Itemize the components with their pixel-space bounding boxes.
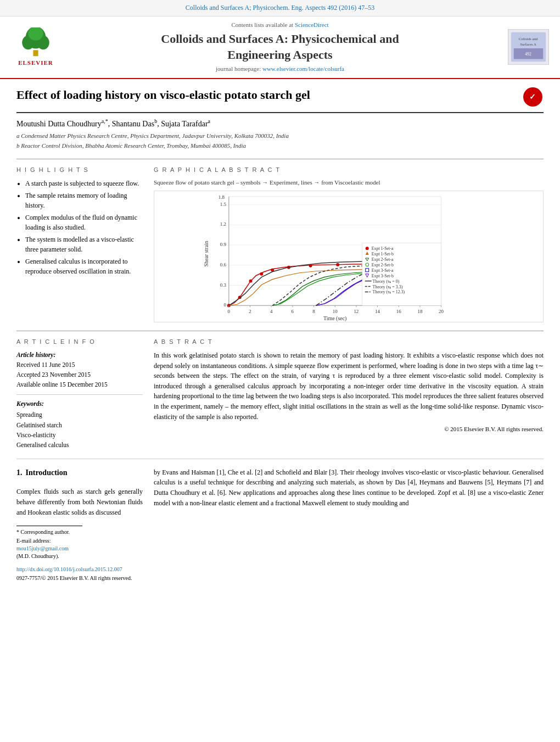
svg-text:492: 492 — [525, 52, 531, 57]
svg-text:12: 12 — [354, 309, 359, 314]
journal-title-block: Contents lists available at ScienceDirec… — [60, 21, 500, 74]
svg-text:10: 10 — [333, 309, 338, 314]
abstract-column: A B S T R A C T In this work gelatinised… — [154, 338, 544, 450]
footnote-email-link[interactable]: mou15july@gmail.com — [16, 545, 69, 551]
keyword-4: Generalised calculus — [16, 440, 143, 449]
intro-number: 1. — [16, 467, 23, 483]
article-info-abstract-row: A R T I C L E I N F O Article history: R… — [16, 331, 544, 450]
affiliation-a: a Condensed Matter Physics Research Cent… — [16, 132, 544, 140]
journal-reference: Colloids and Surfaces A; Physicochem. En… — [186, 4, 374, 12]
svg-text:1.8: 1.8 — [219, 194, 225, 199]
copyright: © 2015 Elsevier B.V. All rights reserved… — [154, 425, 544, 433]
svg-text:2: 2 — [249, 309, 251, 314]
abstract-text: In this work gelatinised potato starch i… — [154, 350, 544, 422]
highlights-abstract-row: H I G H L I G H T S A starch paste is su… — [16, 159, 544, 322]
abstract-heading: A B S T R A C T — [154, 338, 544, 346]
squeeze-flow-chart: 0 0.3 0.6 0.9 1.2 1.5 1.8 — [154, 191, 544, 322]
journal-homepage-link[interactable]: www.elsevier.com/locate/colsurfa — [262, 65, 344, 72]
elsevier-logo: ELSEVIER — [11, 27, 60, 67]
svg-text:Expt 1-Set-a: Expt 1-Set-a — [372, 246, 394, 251]
svg-point-54 — [366, 247, 369, 250]
elsevier-wordmark: ELSEVIER — [18, 59, 53, 67]
svg-text:✓: ✓ — [529, 93, 536, 101]
intro-heading: Introduction — [26, 467, 68, 478]
highlight-item: Generalised calculus is incorporated to … — [25, 256, 143, 276]
article-info-column: A R T I C L E I N F O Article history: R… — [16, 338, 143, 450]
highlight-item: The system is modelled as a visco-elasti… — [25, 235, 143, 254]
affiliation-b: b Reactor Control Division, Bhabha Atomi… — [16, 142, 544, 150]
highlights-list: A starch paste is subjected to squeeze f… — [16, 178, 143, 276]
highlight-item: A starch paste is subjected to squeeze f… — [25, 178, 143, 188]
article-title: Effect of loading history on visco-elast… — [16, 87, 522, 103]
crossmark-badge: ✓ — [522, 87, 544, 107]
svg-text:Surfaces A: Surfaces A — [520, 42, 536, 46]
svg-point-45 — [260, 272, 263, 275]
svg-text:14: 14 — [375, 309, 380, 314]
intro-right-col: by Evans and Haisman [1], Che et al. [2]… — [154, 467, 544, 582]
svg-text:6: 6 — [292, 309, 294, 314]
highlights-heading: H I G H L I G H T S — [16, 166, 143, 174]
svg-text:Expt 2-Set-b: Expt 2-Set-b — [372, 262, 394, 267]
svg-text:0.3: 0.3 — [220, 282, 227, 287]
svg-point-49 — [336, 263, 339, 266]
article-title-row: Effect of loading history on visco-elast… — [16, 87, 544, 113]
author-2: Shantanu Das — [112, 119, 154, 127]
svg-text:Expt 1-Set-b: Expt 1-Set-b — [372, 252, 394, 256]
highlight-item: The sample retains memory of loading his… — [25, 191, 143, 210]
keyword-3: Visco-elasticity — [16, 431, 143, 439]
svg-text:0: 0 — [223, 302, 226, 308]
sciencedirect-link[interactable]: ScienceDirect — [295, 21, 329, 28]
highlight-item: Complex modulus of the fluid on dynamic … — [25, 213, 143, 232]
svg-text:1.5: 1.5 — [220, 201, 227, 207]
elsevier-tree-icon — [16, 27, 55, 58]
highlights-column: H I G H L I G H T S A starch paste is su… — [16, 166, 143, 322]
introduction-section: 1. Introduction Complex fluids such as s… — [16, 467, 544, 582]
svg-text:1.2: 1.2 — [220, 221, 226, 227]
authors-line: Moutushi Dutta Choudhurya,*, Shantanu Da… — [16, 118, 544, 129]
keywords-label: Keywords: — [16, 399, 143, 408]
graphical-abstract-column: G R A P H I C A L A B S T R A C T Squeez… — [154, 166, 544, 322]
svg-text:16: 16 — [396, 309, 401, 314]
affil-sup-a2: a — [208, 118, 210, 124]
journal-reference-bar: Colloids and Surfaces A; Physicochem. En… — [0, 0, 560, 16]
article-info-heading: A R T I C L E I N F O — [16, 338, 143, 346]
intro-left-text: Complex fluids such as starch gels gener… — [16, 487, 143, 517]
journal-cover-image: Colloids and Surfaces A 492 — [508, 29, 549, 65]
affil-sup-b: b — [154, 118, 157, 124]
journal-name: Colloids and Surfaces A: Physicochemical… — [60, 31, 500, 63]
intro-right-text: by Evans and Haisman [1], Che et al. [2]… — [154, 467, 544, 508]
svg-text:0.9: 0.9 — [220, 242, 227, 247]
journal-homepage-line: journal homepage: www.elsevier.com/locat… — [60, 65, 500, 73]
author-3: Sujata Tarafdar — [161, 119, 208, 127]
svg-text:Theory (τ₁ = 12.3): Theory (τ₁ = 12.3) — [373, 289, 405, 294]
svg-point-44 — [249, 279, 253, 282]
available-date: Available online 15 December 2015 — [16, 380, 143, 389]
crossmark-icon: ✓ — [523, 87, 542, 107]
svg-text:Colloids and: Colloids and — [519, 37, 538, 41]
svg-text:20: 20 — [439, 309, 444, 314]
svg-text:0.6: 0.6 — [220, 261, 227, 267]
footnote-star: * Corresponding author. — [16, 528, 82, 536]
issn-line: 0927-7757/© 2015 Elsevier B.V. All right… — [16, 574, 143, 582]
svg-text:Theory (τ₁ = 0): Theory (τ₁ = 0) — [373, 278, 400, 283]
journal-logo-right: Colloids and Surfaces A 492 — [500, 29, 549, 65]
accepted-date: Accepted 23 November 2015 — [16, 370, 143, 379]
keyword-2: Gelatinised starch — [16, 421, 143, 429]
affil-sup-a: a,* — [102, 118, 108, 124]
footnote-email: E-mail address: mou15july@gmail.com (M.D… — [16, 537, 82, 560]
svg-text:8: 8 — [312, 309, 315, 314]
keyword-1: Spreading — [16, 410, 143, 419]
history-label: Article history: — [16, 350, 143, 359]
svg-text:Expt 3-Set-b: Expt 3-Set-b — [372, 273, 394, 278]
journal-header: ELSEVIER Contents lists available at Sci… — [0, 16, 560, 79]
svg-text:Theory (τ₁ = 3.3): Theory (τ₁ = 3.3) — [373, 284, 403, 289]
chart-caption: Squeeze flow of potato starch gel – symb… — [154, 178, 544, 187]
svg-rect-56 — [201, 191, 205, 194]
svg-text:Time (sec): Time (sec) — [323, 315, 346, 322]
received-date: Received 11 June 2015 — [16, 360, 143, 369]
doi-link: http://dx.doi.org/10.1016/j.colsurfa.201… — [16, 566, 143, 573]
main-content: Effect of loading history on visco-elast… — [0, 79, 560, 590]
intro-left-col: 1. Introduction Complex fluids such as s… — [16, 467, 143, 582]
footnote-area: * Corresponding author. E-mail address: … — [16, 526, 82, 560]
graphical-abstract-heading: G R A P H I C A L A B S T R A C T — [154, 166, 544, 174]
